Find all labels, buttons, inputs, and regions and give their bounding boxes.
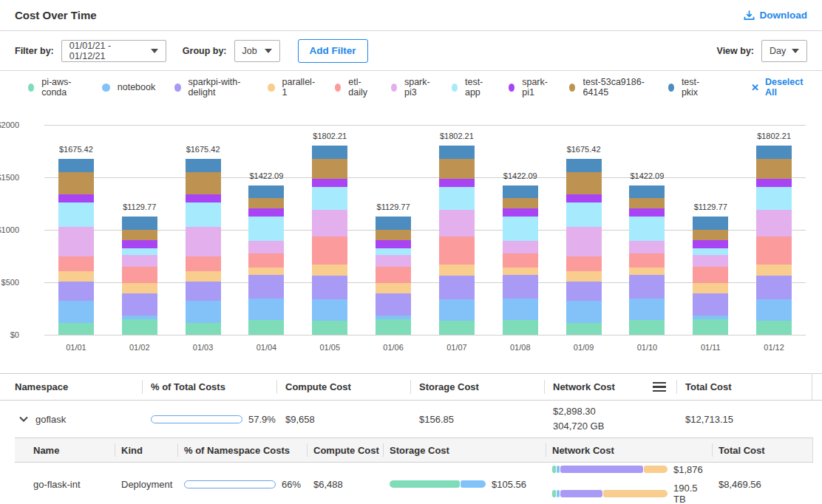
bar-segment-pi-aws-conda[interactable] xyxy=(693,319,728,335)
bar-segment-test-pkix[interactable] xyxy=(186,159,221,172)
bar-segment-spark-pi1[interactable] xyxy=(439,179,475,187)
bar-segment-pi-aws-conda[interactable] xyxy=(376,319,411,335)
download-button[interactable]: Download xyxy=(744,10,808,21)
col-name[interactable]: Name xyxy=(15,438,115,462)
bar-segment-spark-pi3[interactable] xyxy=(503,241,538,253)
bar-segment-spark-pi1[interactable] xyxy=(566,194,602,202)
col-total-costs-pct[interactable]: % of Total Costs xyxy=(142,374,276,400)
bar-segment-spark-pi1[interactable] xyxy=(756,179,792,187)
bar-segment-pi-aws-conda[interactable] xyxy=(248,320,284,335)
bar-segment-spark-pi1[interactable] xyxy=(58,194,94,202)
bar-segment-test-53ca9186-64145[interactable] xyxy=(58,172,94,194)
bar-segment-test-app[interactable] xyxy=(566,202,602,227)
bar-segment-test-pkix[interactable] xyxy=(439,146,475,159)
bar-segment-etl-daily[interactable] xyxy=(312,236,347,264)
bar-segment-notebook[interactable] xyxy=(186,301,221,323)
bar-segment-test-app[interactable] xyxy=(312,187,347,210)
legend-item-notebook[interactable]: notebook xyxy=(102,82,155,92)
bar-segment-test-pkix[interactable] xyxy=(629,185,665,198)
bar-segment-pi-aws-conda[interactable] xyxy=(439,321,475,335)
bar-segment-sparkpi-with-delight[interactable] xyxy=(439,276,475,299)
bar-segment-parallel-1[interactable] xyxy=(248,268,284,276)
col-compute-cost[interactable]: Compute Cost xyxy=(307,438,383,462)
view-by-dropdown[interactable]: Day xyxy=(761,40,807,62)
col-storage-cost[interactable]: Storage Cost xyxy=(410,374,544,400)
bar-segment-test-53ca9186-64145[interactable] xyxy=(122,230,157,240)
bar-segment-test-53ca9186-64145[interactable] xyxy=(566,172,602,194)
bar-segment-etl-daily[interactable] xyxy=(248,253,284,268)
bar-segment-test-pkix[interactable] xyxy=(693,217,728,231)
bar-segment-notebook[interactable] xyxy=(629,299,665,320)
bar-segment-pi-aws-conda[interactable] xyxy=(629,320,665,335)
bar-segment-test-app[interactable] xyxy=(503,217,538,241)
add-filter-button[interactable]: Add Filter xyxy=(298,39,368,63)
bar-segment-pi-aws-conda[interactable] xyxy=(566,323,602,335)
deselect-all-button[interactable]: ✕ Deselect All xyxy=(751,77,807,98)
bar-segment-pi-aws-conda[interactable] xyxy=(186,323,221,335)
col-namespace[interactable]: Namespace xyxy=(0,374,142,400)
bar-segment-spark-pi3[interactable] xyxy=(439,210,475,237)
bar-segment-test-53ca9186-64145[interactable] xyxy=(756,159,792,179)
bar-segment-pi-aws-conda[interactable] xyxy=(122,319,157,335)
bar-segment-test-pkix[interactable] xyxy=(376,217,411,231)
bar-segment-test-app[interactable] xyxy=(629,217,665,241)
bar-segment-notebook[interactable] xyxy=(248,299,284,320)
stacked-bar-01/09[interactable] xyxy=(566,159,602,335)
legend-item-test-app[interactable]: test-app xyxy=(452,77,489,98)
col-namespace-costs-pct[interactable]: % of Namespace Costs xyxy=(177,438,307,462)
date-range-dropdown[interactable]: 01/01/21 - 01/12/21 xyxy=(61,40,166,62)
stacked-bar-01/01[interactable] xyxy=(58,159,94,335)
stacked-bar-01/04[interactable] xyxy=(248,185,284,335)
bar-segment-test-53ca9186-64145[interactable] xyxy=(248,198,284,208)
col-network-cost[interactable]: Network Cost xyxy=(546,438,712,462)
bar-segment-spark-pi3[interactable] xyxy=(693,255,728,267)
bar-segment-sparkpi-with-delight[interactable] xyxy=(629,275,665,298)
legend-item-test-53ca9186-64145[interactable]: test-53ca9186-64145 xyxy=(569,77,649,98)
bar-segment-notebook[interactable] xyxy=(503,299,538,320)
bar-segment-sparkpi-with-delight[interactable] xyxy=(756,276,792,299)
col-kind[interactable]: Kind xyxy=(115,438,177,462)
bar-segment-notebook[interactable] xyxy=(58,301,94,323)
bar-segment-etl-daily[interactable] xyxy=(186,256,221,271)
bar-segment-spark-pi1[interactable] xyxy=(122,240,157,248)
legend-item-pi-aws-conda[interactable]: pi-aws-conda xyxy=(28,77,83,98)
bar-segment-spark-pi1[interactable] xyxy=(248,208,284,217)
bar-segment-sparkpi-with-delight[interactable] xyxy=(312,276,347,299)
bar-segment-test-app[interactable] xyxy=(693,248,728,255)
bar-segment-sparkpi-with-delight[interactable] xyxy=(186,282,221,301)
bar-segment-spark-pi1[interactable] xyxy=(503,208,538,217)
bar-segment-etl-daily[interactable] xyxy=(503,253,538,268)
stacked-bar-01/11[interactable] xyxy=(693,217,728,335)
bar-segment-test-app[interactable] xyxy=(58,202,94,227)
bar-segment-parallel-1[interactable] xyxy=(186,271,221,282)
legend-item-parallel-1[interactable]: parallel-1 xyxy=(268,77,316,98)
bar-segment-test-app[interactable] xyxy=(439,187,475,210)
bar-segment-test-pkix[interactable] xyxy=(503,185,538,198)
bar-segment-etl-daily[interactable] xyxy=(439,236,475,264)
bar-segment-test-app[interactable] xyxy=(756,187,792,210)
bar-segment-spark-pi3[interactable] xyxy=(756,210,792,237)
bar-segment-parallel-1[interactable] xyxy=(566,271,602,282)
bar-segment-spark-pi1[interactable] xyxy=(376,240,411,248)
legend-item-spark-pi1[interactable]: spark-pi1 xyxy=(509,77,550,98)
stacked-bar-01/05[interactable] xyxy=(312,146,347,335)
bar-segment-spark-pi1[interactable] xyxy=(629,208,665,217)
bar-segment-spark-pi1[interactable] xyxy=(693,240,728,248)
bar-segment-test-53ca9186-64145[interactable] xyxy=(503,198,538,208)
col-total-cost[interactable]: Total Cost xyxy=(712,438,813,462)
bar-segment-notebook[interactable] xyxy=(312,299,347,320)
bar-segment-test-app[interactable] xyxy=(186,202,221,227)
bar-segment-spark-pi3[interactable] xyxy=(122,255,157,267)
bar-segment-etl-daily[interactable] xyxy=(693,267,728,282)
bar-segment-sparkpi-with-delight[interactable] xyxy=(566,282,602,301)
bar-segment-pi-aws-conda[interactable] xyxy=(503,320,538,335)
menu-icon[interactable] xyxy=(653,382,666,392)
bar-segment-parallel-1[interactable] xyxy=(312,265,347,276)
legend-item-sparkpi-with-delight[interactable]: sparkpi-with-delight xyxy=(174,77,248,98)
bar-segment-sparkpi-with-delight[interactable] xyxy=(122,293,157,316)
bar-segment-spark-pi1[interactable] xyxy=(312,179,347,187)
stacked-bar-01/07[interactable] xyxy=(439,146,475,335)
bar-segment-test-app[interactable] xyxy=(376,248,411,255)
bar-segment-notebook[interactable] xyxy=(566,301,602,323)
bar-segment-test-53ca9186-64145[interactable] xyxy=(186,172,221,194)
